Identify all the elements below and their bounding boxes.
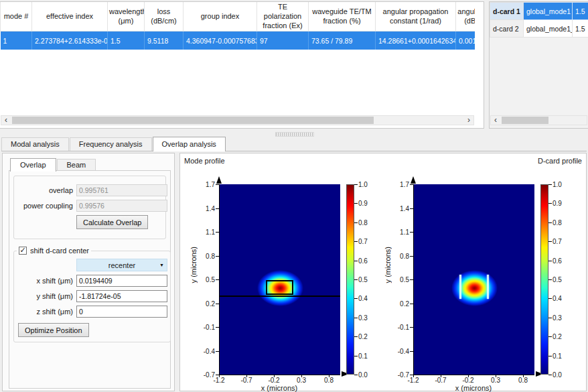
x-shift-field[interactable]	[76, 275, 167, 287]
x-shift-label: x shift (μm)	[17, 277, 73, 285]
power-coupling-value-field[interactable]	[76, 200, 167, 212]
mode-profile-heatmap[interactable]	[219, 184, 340, 375]
y-tick-mark	[216, 184, 219, 185]
subtab-beam[interactable]: Beam	[57, 159, 96, 171]
mode-table-cell[interactable]: 2.273784+2.614333e-05i	[32, 31, 108, 50]
mode-table-cell[interactable]: 1.5	[108, 31, 145, 50]
colorbar-tick-mark	[354, 184, 358, 185]
y-axis-arrow-icon	[411, 176, 416, 184]
colorbar-tick-mark	[548, 184, 552, 185]
y-tick-label: 0.5	[389, 276, 409, 283]
dcard-hscrollbar[interactable]: ‹	[490, 115, 587, 125]
recenter-label: recenter	[108, 261, 135, 269]
mode-table-cell[interactable]: 0.00142677	[456, 31, 475, 50]
mode-table-cell[interactable]: 4.360947-0.0007576831i	[183, 31, 257, 50]
scroll-left-icon[interactable]: ‹	[491, 116, 500, 125]
colorbar-tick-mark	[548, 279, 552, 280]
mode-table-column-header[interactable]: loss (dB/cm)	[145, 2, 183, 31]
splitter-grip-icon[interactable]	[275, 132, 314, 137]
x-tick-mark	[274, 375, 275, 377]
mode-table-cell[interactable]: 73.65 / 79.89	[309, 31, 376, 50]
x-tick-label: 0.3	[297, 377, 306, 384]
y-shift-field[interactable]	[76, 290, 167, 302]
colorbar-tick-label: 1.0	[553, 181, 562, 188]
colorbar-tick-mark	[548, 203, 552, 204]
mode-table-cell[interactable]: 97	[257, 31, 309, 50]
overlap-label: overlap	[17, 186, 73, 194]
dcard-value-cell[interactable]: 1.5	[573, 20, 588, 38]
recenter-dropdown[interactable]: recenter ▼	[76, 259, 167, 271]
colorbar	[346, 184, 354, 375]
colorbar-tick-mark	[354, 375, 358, 375]
substrate-line	[220, 296, 340, 297]
dcard-label-cell[interactable]: d-card 1	[490, 3, 524, 20]
colorbar-tick-label: 0.9	[553, 200, 562, 207]
mode-table-column-header[interactable]: ˆmode #	[1, 2, 32, 31]
colorbar-tick-mark	[548, 241, 552, 242]
y-tick-mark	[410, 327, 413, 328]
colorbar-tick-mark	[548, 222, 552, 223]
scroll-right-icon[interactable]: ›	[464, 116, 473, 125]
mode-table-panel: ˆmode #effective indexwavelength (μm)los…	[0, 1, 484, 129]
shift-dcard-label: shift d-card center	[30, 247, 89, 255]
tab-modal-analysis[interactable]: Modal analysis	[1, 137, 69, 151]
mode-table-cell[interactable]: 9.5118	[145, 31, 183, 50]
scroll-left-icon[interactable]: ‹	[1, 116, 11, 125]
dcard-label-cell[interactable]: d-card 2	[490, 20, 524, 38]
y-tick-mark	[410, 232, 413, 233]
sort-asc-icon[interactable]: ˆ	[15, 2, 17, 8]
z-shift-field[interactable]	[76, 306, 167, 318]
tab-frequency-analysis[interactable]: Frequency analysis	[70, 137, 152, 151]
mode-table-column-label: mode #	[4, 12, 29, 20]
colorbar-tick-mark	[354, 279, 358, 280]
mode-profile-title: Mode profile	[184, 157, 225, 165]
scrollbar-thumb[interactable]	[12, 117, 374, 124]
dcard-value-cell[interactable]: 1.5	[573, 3, 588, 20]
optimize-position-button[interactable]: Optimize Position	[18, 323, 89, 337]
colorbar-tick-mark	[548, 261, 552, 261]
calculate-overlap-button[interactable]: Calculate Overlap	[76, 215, 148, 229]
mode-table-column-header[interactable]: wavelength (μm)	[108, 2, 145, 31]
colorbar-tick-label: 0.2	[358, 333, 368, 340]
mode-table-header-row: ˆmode #effective indexwavelength (μm)los…	[1, 2, 475, 31]
mode-table-hscrollbar[interactable]: ‹ ›	[1, 115, 474, 125]
shift-dcard-checkbox[interactable]: ✓	[19, 247, 27, 255]
profile-plots-panel: Mode profile D-card profile y (microns) …	[179, 153, 587, 391]
dcard-table: d-card 1global_mode11.5d-card 2global_mo…	[490, 2, 588, 38]
dcard-row[interactable]: d-card 1global_mode11.5	[490, 3, 588, 20]
mode-table-cell[interactable]: 1	[1, 31, 32, 50]
mode-table-cell[interactable]: 14.28661+0.0001642634i	[376, 31, 456, 50]
colorbar-tick-label: 0.1	[358, 352, 368, 360]
mode-table-column-header[interactable]: angular propagation constant (1/rad)	[376, 2, 456, 31]
colorbar	[540, 184, 548, 375]
mode-table-column-header[interactable]: effective index	[32, 2, 108, 31]
mode-table-column-label: group index	[201, 12, 240, 20]
mode-table-row[interactable]: 12.273784+2.614333e-05i1.59.51184.360947…	[1, 31, 475, 50]
dcard-profile-heatmap[interactable]	[413, 184, 534, 375]
overlap-tab-content: overlap power coupling Calculate Overlap…	[9, 170, 171, 389]
colorbar-tick-mark	[354, 298, 358, 299]
dcard-profile-plot: y (microns) x (microns) 1.71.41.10.80.50…	[384, 176, 566, 389]
mode-table-column-header[interactable]: group index	[183, 2, 257, 31]
y-tick-label: 1.1	[389, 228, 409, 236]
colorbar-tick-label: 0.4	[553, 295, 562, 302]
dcard-name-cell[interactable]: global_mode1_2	[524, 20, 573, 38]
y-tick-label: -0.7	[389, 371, 409, 379]
y-tick-label: 1.7	[389, 181, 409, 188]
mode-table-column-header[interactable]: waveguide TE/TM fraction (%)	[309, 2, 376, 31]
subtab-overlap[interactable]: Overlap	[10, 158, 56, 172]
dcard-row[interactable]: d-card 2global_mode1_21.5	[490, 20, 588, 38]
overlap-value-field[interactable]	[76, 184, 167, 196]
mode-table-column-header[interactable]: TE polarization fraction (Ex)	[257, 2, 309, 31]
tab-overlap-analysis[interactable]: Overlap analysis	[153, 137, 226, 151]
y-tick-label: 1.4	[195, 205, 215, 212]
dropdown-arrow-icon: ▼	[159, 263, 164, 267]
x-tick-mark	[441, 375, 441, 377]
scrollbar-thumb[interactable]	[502, 117, 548, 124]
dcard-name-cell[interactable]: global_mode1	[524, 3, 573, 20]
y-tick-label: -0.4	[389, 348, 409, 355]
mode-profile-plot: y (microns) x (microns) 1.71.41.10.80.50…	[190, 176, 372, 389]
mode-table-column-header[interactable]: angular loss (dB/rad)	[456, 2, 475, 31]
horizontal-splitter[interactable]	[0, 130, 588, 137]
waveguide-sidewall-line	[459, 275, 461, 299]
